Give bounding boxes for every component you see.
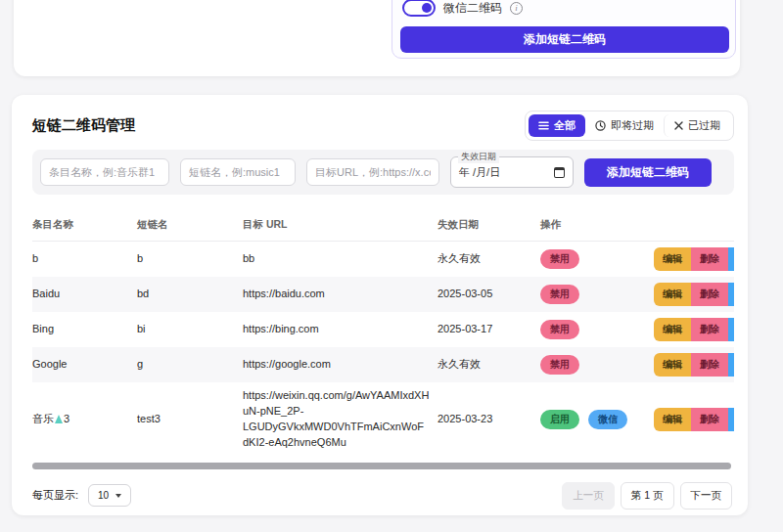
delete-button[interactable]: 删除 — [691, 408, 728, 431]
filter-bar: 失效日期 年 /月/日 添加短链二维码 — [32, 150, 734, 195]
table-row: 音乐3 test3 https://weixin.qq.com/g/AwYAAM… — [32, 382, 734, 457]
cell-url: https://weixin.qq.com/g/AwYAAMIxdXHuN-pN… — [243, 382, 438, 457]
current-page-indicator: 第 1 页 — [621, 482, 674, 510]
page: { "colors": { "primary": "#4733e0", "bad… — [0, 0, 783, 532]
cell-slug: b — [137, 245, 243, 273]
cell-name-text: Baidu — [32, 288, 60, 299]
qrcode-button[interactable]: 二维码 — [728, 353, 734, 377]
wechat-toggle[interactable] — [402, 0, 436, 17]
slug-input[interactable] — [180, 158, 296, 186]
cell-entry-name: Baidu — [32, 281, 137, 308]
top-card: 微信二维码 i 添加短链二维码 — [14, 0, 740, 76]
row-actions: 编辑删除二维码 — [654, 402, 734, 437]
header-actions: 操作 — [540, 218, 654, 232]
tag-list: 微信 — [582, 413, 627, 424]
table-row: b b bb 永久有效 禁用 编辑删除二维码 — [32, 242, 734, 277]
shortlink-manager-card: 短链二维码管理 全部 即将过期 已过期 — [12, 95, 748, 515]
cell-name-suffix: 3 — [64, 413, 69, 424]
table-row: Google g https://google.com 永久有效 禁用 编辑删除… — [32, 347, 734, 382]
qrcode-button[interactable]: 二维码 — [728, 283, 734, 306]
qrcode-button[interactable]: 二维码 — [728, 408, 734, 431]
tab-expiring-soon-label: 即将过期 — [611, 118, 654, 133]
cell-name-text: b — [32, 252, 38, 264]
tab-all[interactable]: 全部 — [529, 114, 585, 137]
status-toggle-badge[interactable]: 禁用 — [540, 285, 579, 305]
table-row: Baidu bd https://baidu.com 2025-03-05 禁用… — [32, 277, 734, 312]
entry-name-input[interactable] — [40, 158, 169, 186]
table-body: b b bb 永久有效 禁用 编辑删除二维码 Baidu bd https://… — [32, 242, 734, 457]
edit-button[interactable]: 编辑 — [654, 283, 691, 306]
cell-slug: bi — [137, 316, 243, 343]
cell-name-text: 音乐 — [32, 413, 54, 424]
filter-tabs: 全部 即将过期 已过期 — [525, 111, 734, 141]
qrcode-button[interactable]: 二维码 — [728, 247, 734, 271]
expiry-date-label: 失效日期 — [458, 151, 499, 163]
cell-url: https://google.com — [243, 351, 438, 378]
cell-slug: test3 — [137, 406, 243, 433]
edit-button[interactable]: 编辑 — [654, 247, 691, 271]
table-row: Bing bi https://bing.com 2025-03-17 禁用 编… — [32, 312, 734, 347]
status-toggle-badge[interactable]: 启用 — [540, 410, 579, 430]
row-actions: 编辑删除二维码 — [654, 312, 734, 347]
toggle-knob — [422, 3, 432, 13]
cell-status: 禁用 — [540, 349, 654, 381]
delete-button[interactable]: 删除 — [691, 318, 728, 341]
wechat-toggle-label: 微信二维码 — [443, 0, 502, 17]
cell-url: bb — [243, 245, 438, 273]
edit-button[interactable]: 编辑 — [654, 408, 691, 431]
cell-url: https://bing.com — [243, 316, 438, 343]
cell-expiry: 永久有效 — [438, 245, 540, 273]
row-actions: 编辑删除二维码 — [654, 242, 734, 277]
status-toggle-badge[interactable]: 禁用 — [540, 320, 579, 340]
status-toggle-badge[interactable]: 禁用 — [540, 355, 579, 376]
edit-button[interactable]: 编辑 — [654, 318, 691, 341]
per-page-control: 每页显示: 10 — [32, 484, 131, 507]
header-target-url: 目标 URL — [243, 218, 438, 232]
delete-button[interactable]: 删除 — [691, 353, 728, 377]
row-actions: 编辑删除二维码 — [654, 277, 734, 312]
header-slug: 短链名 — [137, 218, 243, 232]
cell-expiry: 2025-03-17 — [438, 316, 540, 343]
clock-icon — [595, 120, 606, 131]
expiry-date-input[interactable]: 失效日期 年 /月/日 — [450, 156, 574, 188]
edit-button[interactable]: 编辑 — [654, 353, 691, 377]
cell-url: https://baidu.com — [243, 281, 438, 308]
per-page-select[interactable]: 10 — [88, 484, 131, 507]
pagination: 上一页 第 1 页 下一页 — [562, 482, 732, 510]
next-page-button[interactable]: 下一页 — [680, 482, 733, 510]
target-url-input[interactable] — [306, 158, 439, 186]
cell-entry-name: b — [32, 245, 137, 273]
cell-slug: bd — [137, 281, 243, 308]
expiry-date-value: 年 /月/日 — [459, 165, 500, 180]
cell-name-text: Bing — [32, 323, 54, 334]
delete-button[interactable]: 删除 — [691, 247, 728, 271]
add-shortlink-qrcode-button[interactable]: 添加短链二维码 — [584, 158, 712, 187]
page-title: 短链二维码管理 — [32, 116, 135, 135]
horizontal-scrollbar-thumb[interactable] — [32, 463, 731, 469]
table-wrapper: 条目名称 短链名 目标 URL 失效日期 操作 b b bb 永久有效 禁用 编… — [32, 208, 734, 457]
tab-expired-label: 已过期 — [688, 118, 720, 133]
status-toggle-badge[interactable]: 禁用 — [540, 249, 579, 270]
add-shortlink-qrcode-button-top[interactable]: 添加短链二维码 — [400, 26, 729, 53]
wechat-tag-badge: 微信 — [588, 410, 627, 430]
delete-button[interactable]: 删除 — [691, 283, 728, 306]
table-footer: 每页显示: 10 上一页 第 1 页 下一页 — [32, 482, 734, 510]
cell-expiry: 永久有效 — [438, 351, 540, 378]
tree-emoji-icon — [55, 415, 63, 423]
prev-page-button[interactable]: 上一页 — [562, 482, 615, 510]
qrcode-button[interactable]: 二维码 — [728, 318, 734, 341]
calendar-icon[interactable] — [554, 167, 565, 178]
cell-entry-name: Bing — [32, 316, 137, 343]
wechat-toggle-row: 微信二维码 i — [402, 0, 523, 17]
list-icon — [538, 121, 549, 130]
cell-status: 禁用 — [540, 279, 654, 311]
row-actions: 编辑删除二维码 — [654, 347, 734, 382]
per-page-value: 10 — [98, 490, 109, 501]
tab-expiring-soon[interactable]: 即将过期 — [585, 114, 664, 137]
manager-header: 短链二维码管理 全部 即将过期 已过期 — [32, 112, 734, 138]
tab-expired[interactable]: 已过期 — [664, 114, 730, 137]
cell-expiry: 2025-03-05 — [438, 281, 540, 308]
info-icon[interactable]: i — [510, 2, 523, 15]
chevron-down-icon — [115, 494, 121, 498]
shortlink-table: 条目名称 短链名 目标 URL 失效日期 操作 b b bb 永久有效 禁用 编… — [32, 208, 734, 457]
